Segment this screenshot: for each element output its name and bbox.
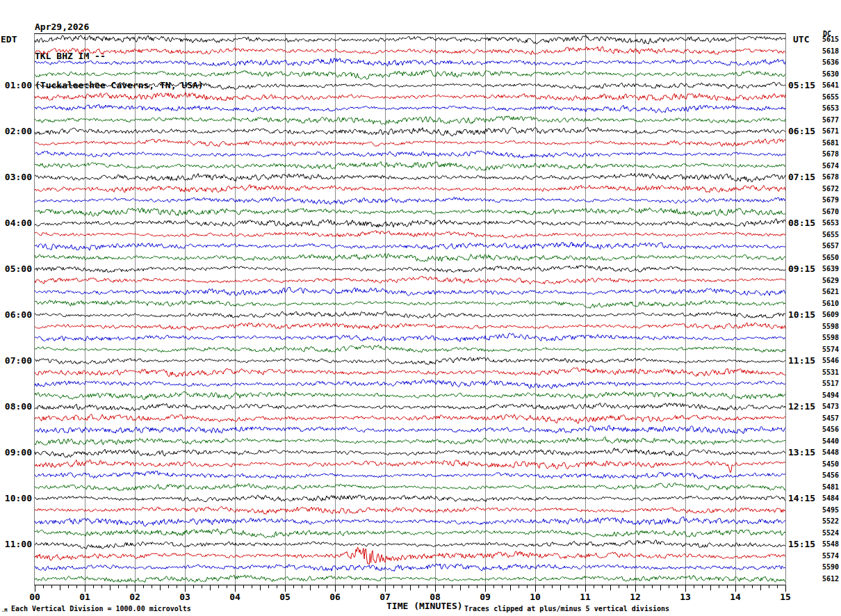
dc-value: 5650 [822,254,839,262]
x-tick-label: 14 [725,592,746,602]
edt-hour-label: 09:00 [0,448,32,457]
x-major-tick [185,585,186,592]
x-minor-tick [560,585,561,590]
dc-value: 5655 [822,231,839,239]
x-minor-tick [143,585,144,588]
x-major-tick [785,585,786,592]
x-minor-tick [510,585,511,590]
utc-hour-label: 10:15 [788,310,815,320]
dc-value: 5598 [822,334,839,342]
x-major-tick [685,585,686,592]
utc-hour-label: 05:15 [788,81,815,90]
edt-hour-label: 10:00 [0,494,32,503]
x-minor-tick [552,585,553,588]
trace-plot-area [34,33,786,585]
utc-hour-label: 14:15 [788,494,815,503]
edt-hour-label: 05:00 [0,264,32,274]
x-minor-tick [168,585,169,588]
x-minor-tick [544,585,544,588]
edt-hour-label: 01:00 [0,81,32,90]
x-minor-tick [177,585,177,588]
x-tick-label: 10 [525,592,546,602]
corner-mark: .M [1,606,7,615]
x-minor-tick [652,585,653,588]
x-major-tick [285,585,286,592]
x-major-tick [485,585,486,592]
x-minor-tick [218,585,219,588]
x-minor-tick [101,585,102,588]
x-minor-tick [310,585,311,590]
x-minor-tick [477,585,477,588]
dc-value: 5655 [822,93,839,102]
x-minor-tick [193,585,194,588]
dc-value: 5590 [822,563,839,572]
dc-value: 5612 [822,575,839,583]
x-minor-tick [452,585,452,588]
title-date: Apr29,2026 [35,22,204,32]
x-minor-tick [51,585,52,588]
x-minor-tick [527,585,528,588]
x-minor-tick [710,585,711,590]
edt-hour-label: 02:00 [0,127,32,136]
x-minor-tick [118,585,119,588]
x-minor-tick [569,585,569,588]
x-minor-tick [243,585,244,588]
x-minor-tick [752,585,753,588]
dc-value: 5681 [822,139,839,147]
x-minor-tick [252,585,252,588]
x-minor-tick [427,585,427,588]
dc-value: 5678 [822,173,839,181]
dc-value: 5473 [822,403,839,411]
x-minor-tick [126,585,127,588]
dc-value: 5546 [822,357,839,365]
x-minor-tick [727,585,728,588]
x-minor-tick [152,585,152,588]
x-minor-tick [443,585,444,588]
dc-value: 5629 [822,277,839,285]
x-minor-tick [669,585,669,588]
x-minor-tick [68,585,69,588]
dc-value: 5517 [822,380,839,388]
x-minor-tick [210,585,211,590]
dc-value: 5621 [822,288,839,296]
dc-value: 5653 [822,219,839,227]
x-tick-label: 01 [74,592,95,602]
x-minor-tick [460,585,461,590]
utc-hour-label: 15:15 [788,540,815,549]
x-minor-tick [327,585,327,588]
x-minor-tick [627,585,628,588]
x-minor-tick [76,585,77,588]
dc-value: 5484 [822,494,839,503]
x-minor-tick [702,585,703,588]
utc-hour-label: 11:15 [788,356,815,366]
dc-value: 5494 [822,391,839,400]
x-major-tick [585,585,586,592]
x-major-tick [35,585,35,592]
dc-value: 5672 [822,185,839,193]
x-minor-tick [293,585,294,588]
x-minor-tick [769,585,769,588]
dc-value: 5531 [822,368,839,377]
dc-value: 5639 [822,265,839,273]
x-tick-label: 15 [775,592,796,602]
x-minor-tick [368,585,369,588]
utc-hour-label: 07:15 [788,172,815,182]
edt-hour-label: 03:00 [0,172,32,182]
x-major-tick [235,585,236,592]
dc-value: 5678 [822,150,839,159]
clip-note: Traces clipped at plus/minus 5 vertical … [464,605,669,613]
dc-value: 5679 [822,196,839,204]
x-minor-tick [360,585,361,590]
x-major-tick [85,585,85,592]
dc-value: 5457 [822,414,839,423]
dc-value: 5610 [822,300,839,308]
x-tick-label: 13 [675,592,696,602]
x-minor-tick [694,585,694,588]
dc-value: 5524 [822,529,839,537]
x-minor-tick [594,585,594,588]
x-minor-tick [302,585,302,588]
x-minor-tick [493,585,494,588]
x-tick-label: 05 [275,592,295,602]
x-major-tick [385,585,386,592]
x-minor-tick [377,585,377,588]
